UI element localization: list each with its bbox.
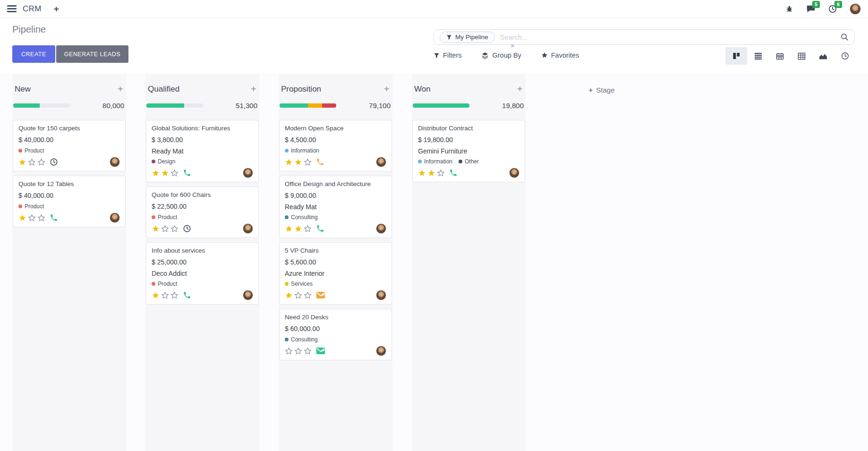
star-empty-icon[interactable]	[28, 214, 36, 222]
star-filled-icon[interactable]	[285, 291, 293, 299]
star-empty-icon[interactable]	[304, 347, 312, 355]
star-filled-icon[interactable]	[418, 169, 426, 177]
group-by-menu-button[interactable]: Group By	[481, 51, 521, 59]
column-progressbar[interactable]	[413, 103, 469, 108]
progress-segment[interactable]	[280, 103, 308, 108]
star-filled-icon[interactable]	[294, 158, 302, 166]
star-empty-icon[interactable]	[170, 291, 179, 299]
clock-icon[interactable]	[183, 224, 191, 233]
add-record-icon[interactable]: +	[517, 84, 522, 94]
envelope-icon[interactable]	[316, 347, 325, 355]
envelope-icon[interactable]	[316, 291, 325, 299]
star-filled-icon[interactable]	[161, 169, 169, 177]
view-calendar-button[interactable]	[769, 47, 791, 65]
kanban-card[interactable]: Quote for 12 Tables $ 40,000.00 Product	[13, 176, 126, 227]
kanban-card[interactable]: Modern Open Space $ 4,500.00 Information	[279, 120, 392, 171]
star-empty-icon[interactable]	[294, 291, 302, 299]
column-progressbar[interactable]	[146, 103, 203, 108]
star-empty-icon[interactable]	[304, 291, 312, 299]
phone-icon[interactable]	[183, 169, 191, 177]
star-filled-icon[interactable]	[18, 158, 26, 166]
star-empty-icon[interactable]	[37, 214, 45, 222]
messages-icon[interactable]: 5	[806, 5, 816, 13]
star-empty-icon[interactable]	[294, 347, 302, 355]
add-stage-button[interactable]: + Stage	[545, 74, 658, 451]
star-empty-icon[interactable]	[170, 225, 179, 233]
column-progressbar[interactable]	[13, 103, 70, 108]
search-box[interactable]: My Pipeline	[434, 29, 855, 45]
view-kanban-button[interactable]	[725, 47, 747, 65]
star-empty-icon[interactable]	[28, 158, 36, 166]
phone-icon[interactable]	[183, 291, 191, 299]
phone-icon[interactable]	[449, 169, 458, 177]
star-empty-icon[interactable]	[437, 169, 445, 177]
view-pivot-button[interactable]	[791, 47, 812, 65]
search-icon[interactable]	[841, 33, 849, 41]
view-activity-button[interactable]	[834, 47, 856, 65]
salesperson-avatar[interactable]	[243, 290, 253, 300]
star-empty-icon[interactable]	[161, 291, 169, 299]
star-filled-icon[interactable]	[294, 225, 302, 233]
star-empty-icon[interactable]	[304, 225, 312, 233]
activities-clock-icon[interactable]: 6	[828, 5, 837, 13]
kanban-card[interactable]: Info about services $ 25,000.00 Deco Add…	[146, 242, 259, 305]
star-empty-icon[interactable]	[37, 158, 45, 166]
star-empty-icon[interactable]	[285, 347, 293, 355]
salesperson-avatar[interactable]	[376, 346, 386, 356]
plus-icon[interactable]: +	[54, 4, 59, 14]
add-record-icon[interactable]: +	[384, 84, 389, 94]
star-filled-icon[interactable]	[285, 225, 293, 233]
star-filled-icon[interactable]	[152, 225, 160, 233]
salesperson-avatar[interactable]	[243, 223, 253, 234]
column-progressbar[interactable]	[280, 103, 336, 108]
generate-leads-button[interactable]: GENERATE LEADS	[56, 45, 128, 63]
add-record-icon[interactable]: +	[251, 84, 256, 94]
salesperson-avatar[interactable]	[110, 213, 120, 223]
salesperson-avatar[interactable]	[509, 168, 519, 178]
star-empty-icon[interactable]	[170, 169, 179, 177]
apps-menu-icon[interactable]	[7, 5, 17, 12]
star-filled-icon[interactable]	[285, 158, 293, 166]
add-record-icon[interactable]: +	[118, 84, 123, 94]
kanban-card[interactable]: 5 VP Chairs $ 5,600.00 Azure Interior Se…	[279, 242, 392, 305]
salesperson-avatar[interactable]	[376, 223, 386, 234]
star-empty-icon[interactable]	[161, 225, 169, 233]
create-button[interactable]: CREATE	[12, 45, 55, 63]
app-name[interactable]: CRM	[23, 4, 42, 14]
star-filled-icon[interactable]	[18, 214, 26, 222]
phone-icon[interactable]	[50, 213, 58, 222]
user-avatar[interactable]	[850, 3, 861, 15]
view-graph-button[interactable]	[812, 47, 834, 65]
search-input[interactable]	[499, 33, 841, 42]
phone-icon[interactable]	[316, 158, 324, 166]
kanban-card[interactable]: Quote for 150 carpets $ 40,000.00 Produc…	[13, 120, 126, 171]
star-filled-icon[interactable]	[152, 291, 160, 299]
star-filled-icon[interactable]	[427, 169, 435, 177]
salesperson-avatar[interactable]	[376, 290, 386, 300]
debug-bug-icon[interactable]	[785, 5, 793, 13]
view-list-button[interactable]	[747, 47, 769, 65]
card-title: Quote for 150 carpets	[18, 125, 120, 132]
salesperson-avatar[interactable]	[243, 168, 253, 178]
progress-segment[interactable]	[322, 103, 336, 108]
kanban-card[interactable]: Quote for 600 Chairs $ 22,500.00 Product	[146, 187, 259, 238]
salesperson-avatar[interactable]	[110, 157, 120, 167]
search-facet-my-pipeline[interactable]: My Pipeline	[440, 32, 495, 43]
salesperson-avatar[interactable]	[376, 157, 386, 167]
facet-remove-icon[interactable]: ×	[511, 43, 514, 48]
progress-segment[interactable]	[413, 103, 469, 108]
star-filled-icon[interactable]	[152, 169, 160, 177]
filter-funnel-icon	[434, 52, 440, 59]
filters-menu-button[interactable]: Filters	[434, 51, 461, 59]
kanban-card[interactable]: Office Design and Architecture $ 9,000.0…	[279, 176, 392, 238]
phone-icon[interactable]	[316, 224, 324, 233]
kanban-card[interactable]: Global Solutions: Furnitures $ 3,800.00 …	[146, 120, 259, 182]
favorites-menu-button[interactable]: Favorites	[541, 51, 579, 59]
star-empty-icon[interactable]	[304, 158, 312, 166]
progress-segment[interactable]	[308, 103, 322, 108]
progress-segment[interactable]	[13, 103, 40, 108]
kanban-card[interactable]: Need 20 Desks $ 60,000.00 Consulting	[279, 309, 392, 360]
progress-segment[interactable]	[146, 103, 184, 108]
clock-icon[interactable]	[50, 158, 58, 166]
kanban-card[interactable]: Distributor Contract $ 19,800.00 Gemini …	[412, 120, 525, 182]
